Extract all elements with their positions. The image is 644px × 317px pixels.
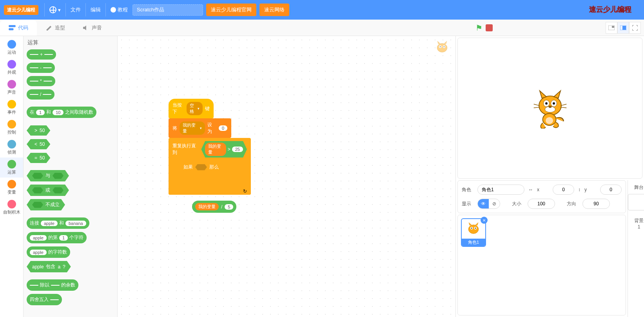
svg-line-24 (561, 107, 566, 108)
stage-panel: 舞台 背景 1 (628, 180, 644, 317)
cat-sound[interactable]: 声音 (0, 78, 23, 98)
category-column: 运动 外观 声音 事件 控制 侦测 运算 变量 自制积木 (0, 36, 24, 317)
op-or[interactable]: 或 (27, 185, 69, 196)
menubar: 速云少儿编程 ▾ 文件 编辑 教程 速云少儿编程官网 速云网络 速云少儿编程 (0, 0, 644, 20)
menu-tutorial[interactable]: 教程 (106, 6, 132, 13)
op-random[interactable]: 在1和10之间取随机数 (27, 107, 96, 118)
sprite-info: 角色 ↔ x ↕ y 显示 👁 ⊘ (457, 180, 626, 213)
svg-rect-6 (622, 26, 626, 30)
sprite-y-input[interactable] (600, 185, 622, 195)
backdrop-label: 背景 (634, 217, 644, 224)
right-panel: 角色 ↔ x ↕ y 显示 👁 ⊘ (456, 36, 644, 317)
palette-title: 运算 (27, 39, 114, 46)
stage-label: 舞台 (634, 184, 644, 191)
cat-sensing[interactable]: 侦测 (0, 138, 23, 158)
cat-operators[interactable]: 运算 (0, 158, 23, 178)
op-length[interactable]: apple的字符数 (27, 246, 70, 258)
svg-point-15 (545, 102, 548, 105)
arrows-v-icon: ↕ (578, 187, 581, 192)
menu-edit[interactable]: 编辑 (86, 6, 105, 13)
op-join[interactable]: 连接apple和banana (27, 217, 89, 229)
op-div[interactable]: / (27, 89, 54, 100)
script-stack[interactable]: 当按下空格键 将我的变量设为0 重复执行直到 我的变量>25 如果那么 ↻ (169, 99, 251, 195)
label-sprite: 角色 (462, 187, 473, 193)
stop-button[interactable] (486, 24, 493, 31)
stage[interactable] (457, 38, 642, 179)
svg-rect-1 (9, 25, 16, 27)
svg-point-11 (444, 46, 444, 47)
svg-point-10 (440, 46, 441, 47)
op-eq[interactable]: =50 (27, 153, 50, 163)
arrows-h-icon: ↔ (528, 187, 533, 192)
op-letter[interactable]: apple的第1个字符 (27, 232, 87, 243)
svg-point-20 (546, 117, 553, 124)
code-icon (9, 25, 16, 31)
op-sub[interactable]: - (27, 63, 55, 73)
svg-point-7 (437, 43, 447, 52)
cat-myblocks[interactable]: 自制积木 (0, 197, 23, 217)
project-name-input[interactable] (132, 4, 203, 16)
eye-off-icon[interactable]: ⊘ (489, 199, 500, 208)
block-repeat-until[interactable]: 重复执行直到 我的变量>25 如果那么 ↻ (169, 138, 251, 195)
tab-code[interactable]: 代码 (0, 20, 37, 36)
sprite-size-input[interactable] (528, 199, 555, 209)
sprite-tile[interactable]: ✕ 角色1 (461, 218, 486, 247)
btn-official-site[interactable]: 速云少儿编程官网 (206, 4, 256, 16)
globe-icon (49, 6, 56, 13)
op-round[interactable]: 四舍五入 (27, 294, 62, 305)
svg-point-28 (471, 228, 472, 228)
sprite-x-input[interactable] (553, 185, 574, 195)
block-when-key[interactable]: 当按下空格键 (169, 99, 214, 118)
delete-sprite-icon[interactable]: ✕ (481, 217, 488, 224)
block-palette: 运算 + - * / 在1和10之间取随机数 >50 <50 =50 与 或 不… (24, 36, 118, 317)
loose-block[interactable]: 我的变量/5 (192, 201, 236, 213)
cat-looks[interactable]: 外观 (0, 58, 23, 78)
op-not[interactable]: 不成立 (27, 199, 65, 210)
sprite-name-input[interactable] (477, 185, 524, 195)
svg-point-16 (553, 102, 555, 105)
btn-suyun-network[interactable]: 速云网络 (259, 4, 289, 16)
brand-logo: 速云少儿编程 (589, 4, 636, 16)
op-add[interactable]: + (27, 49, 56, 60)
op-and[interactable]: 与 (27, 170, 69, 181)
op-mod[interactable]: 除以 的余数 (27, 279, 78, 291)
main: 运动 外观 声音 事件 控制 侦测 运算 变量 自制积木 运算 + - * / … (0, 36, 644, 317)
svg-text:速云少儿编程: 速云少儿编程 (589, 5, 631, 13)
stage-thumb[interactable] (628, 194, 644, 210)
visibility-toggle[interactable]: 👁 ⊘ (477, 199, 500, 209)
green-flag[interactable]: ⚑ (475, 23, 483, 33)
loop-arrow-icon: ↻ (243, 188, 247, 194)
svg-point-29 (475, 228, 476, 228)
sound-icon (82, 25, 89, 31)
svg-point-25 (468, 225, 479, 234)
language-menu[interactable]: ▾ (45, 6, 65, 13)
brush-icon (45, 25, 53, 31)
op-mul[interactable]: * (27, 76, 55, 86)
stage-large-button[interactable] (617, 22, 629, 34)
op-gt[interactable]: >50 (27, 125, 50, 136)
sprite-thumb (466, 221, 481, 236)
workspace[interactable]: 当按下空格键 将我的变量设为0 重复执行直到 我的变量>25 如果那么 ↻ (118, 36, 456, 317)
svg-rect-2 (9, 28, 13, 30)
menu-file[interactable]: 文件 (66, 6, 85, 13)
cat-control[interactable]: 控制 (0, 118, 23, 138)
cat-variables[interactable]: 变量 (0, 178, 23, 197)
block-if[interactable]: 如果那么 (180, 161, 230, 188)
op-contains[interactable]: apple包含a? (27, 261, 71, 272)
eye-icon[interactable]: 👁 (478, 199, 489, 208)
tab-costumes[interactable]: 造型 (37, 20, 74, 36)
cat-sprite[interactable] (532, 88, 569, 129)
block-set-variable[interactable]: 将我的变量设为0 (169, 118, 231, 138)
workspace-sprite-watermark (434, 39, 450, 56)
logo: 速云少儿编程 (4, 5, 38, 15)
stage-small-button[interactable] (606, 22, 617, 34)
cat-motion[interactable]: 运动 (0, 38, 23, 58)
op-lt[interactable]: <50 (27, 139, 50, 149)
sprite-direction-input[interactable] (582, 199, 610, 209)
cat-events[interactable]: 事件 (0, 98, 23, 118)
stage-controls: ⚑ (475, 22, 644, 34)
tab-sounds[interactable]: 声音 (74, 20, 111, 36)
sprite-list: ✕ 角色1 (457, 215, 626, 315)
svg-point-18 (548, 105, 551, 108)
stage-fullscreen-button[interactable] (629, 22, 641, 34)
